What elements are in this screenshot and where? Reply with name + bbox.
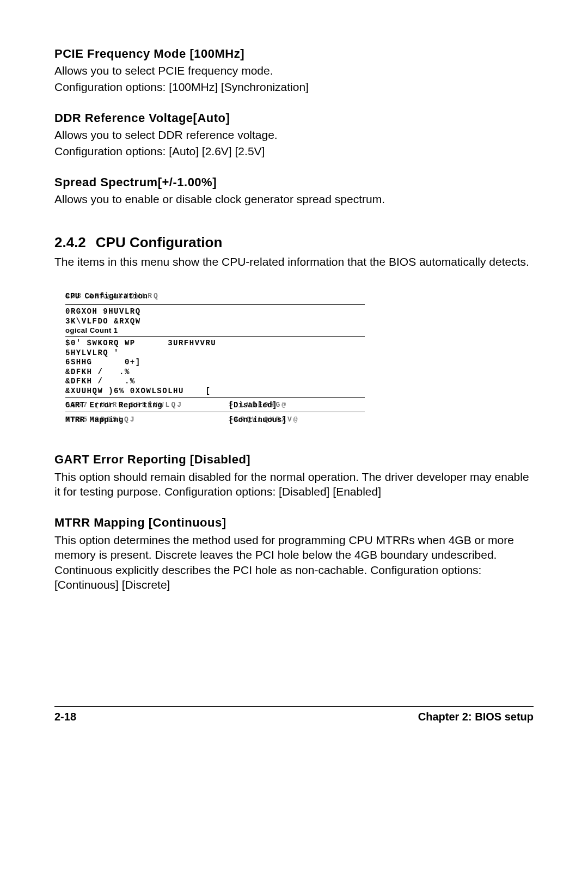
subsection-name: CPU Configuration [96, 234, 223, 250]
bios-title-text: CPU Configuration [65, 292, 148, 302]
divider [65, 397, 365, 398]
bios-screenshot: CPU Configuration 0RGXOH 9HUVLRQ 3K\VLFD… [65, 292, 365, 425]
divider [65, 412, 365, 412]
bios-line: &DFKH / .% [65, 377, 365, 387]
page-footer: 2-18 Chapter 2: BIOS setup [54, 710, 534, 724]
divider [65, 304, 365, 305]
body-text: Allows you to select DDR reference volta… [54, 128, 534, 142]
bios-line: &DFKH / .% [65, 368, 365, 377]
body-text: Configuration options: [Auto] [2.6V] [2.… [54, 144, 534, 158]
heading-pcie-freq: PCIE Frequency Mode [100MHz] [54, 46, 534, 62]
page-number: 2-18 [54, 710, 76, 724]
divider [65, 336, 365, 337]
bios-line: $0' $WKORQ WP 3URFHVVRU [65, 339, 365, 349]
footer-divider [54, 706, 534, 707]
heading-ddr-ref: DDR Reference Voltage[Auto] [54, 111, 534, 126]
bios-line: 0RGXOH 9HUVLRQ [65, 307, 365, 317]
body-text: This option determines the method used f… [54, 533, 534, 592]
bios-option-label: MTRR Mapping [65, 415, 229, 425]
bios-line: 6SHHG 0+] [65, 358, 365, 368]
subsection-title: 2.4.2CPU Configuration [54, 234, 534, 252]
subsection-number: 2.4.2 [54, 234, 86, 252]
bios-title: CPU Configuration [65, 292, 365, 304]
heading-spread-spectrum: Spread Spectrum[+/-1.00%] [54, 175, 534, 190]
body-text: This option should remain disabled for t… [54, 469, 534, 499]
body-text: Configuration options: [100MHz] [Synchro… [54, 80, 534, 94]
chapter-label: Chapter 2: BIOS setup [418, 710, 534, 724]
bios-option-value: [Disabled] [229, 401, 277, 411]
bios-line: 3K\VLFDO &RXQW [65, 317, 365, 327]
bios-option-row: GART Error Reporting [Disabled] [65, 401, 365, 411]
manual-page: PCIE Frequency Mode [100MHz] Allows you … [0, 0, 588, 886]
heading-mtrr: MTRR Mapping [Continuous] [54, 515, 534, 530]
bios-option-row: MTRR Mapping [Continuous] [65, 415, 365, 425]
bios-option-value: [Continuous] [229, 415, 287, 425]
body-text: Allows you to enable or disable clock ge… [54, 192, 534, 206]
bios-line: &XUUHQW )6% 0XOWLSOLHU [ [65, 387, 365, 396]
bios-option-label: GART Error Reporting [65, 401, 229, 411]
body-text: Allows you to select PCIE frequency mode… [54, 64, 534, 78]
subsection-intro: The items in this menu show the CPU-rela… [54, 254, 534, 270]
bios-line: 5HYLVLRQ ' [65, 349, 365, 358]
bios-line: ogical Count 1 [65, 326, 365, 335]
heading-gart: GART Error Reporting [Disabled] [54, 452, 534, 467]
